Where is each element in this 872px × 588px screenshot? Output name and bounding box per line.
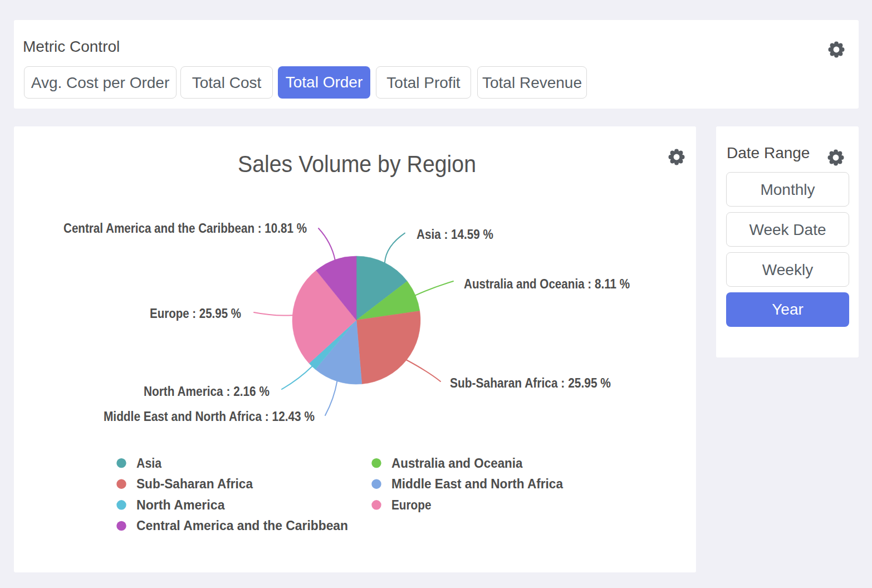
svg-text:Central America and the Caribb: Central America and the Caribbean — [136, 518, 348, 533]
svg-text:Central America and the Caribb: Central America and the Caribbean : 10.8… — [63, 221, 307, 236]
svg-text:Sub-Saharan Africa: Sub-Saharan Africa — [136, 477, 253, 491]
svg-text:Europe : 25.95 %: Europe : 25.95 % — [150, 306, 241, 321]
svg-text:Middle East and North Africa :: Middle East and North Africa : 12.43 % — [104, 409, 315, 424]
svg-text:Australia and Oceania: Australia and Oceania — [391, 456, 523, 471]
svg-text:North America: North America — [136, 498, 225, 512]
svg-text:Sales Volume by Region: Sales Volume by Region — [238, 151, 476, 177]
svg-text:Australia and Oceania : 8.11 %: Australia and Oceania : 8.11 % — [464, 277, 630, 291]
svg-text:North America : 2.16 %: North America : 2.16 % — [144, 384, 270, 399]
svg-text:Asia : 14.59 %: Asia : 14.59 % — [417, 227, 493, 242]
svg-text:Middle East and North Africa: Middle East and North Africa — [391, 477, 563, 491]
svg-text:Asia: Asia — [136, 456, 161, 471]
svg-text:Europe: Europe — [391, 498, 432, 512]
svg-text:Sub-Saharan Africa : 25.95 %: Sub-Saharan Africa : 25.95 % — [450, 376, 611, 390]
